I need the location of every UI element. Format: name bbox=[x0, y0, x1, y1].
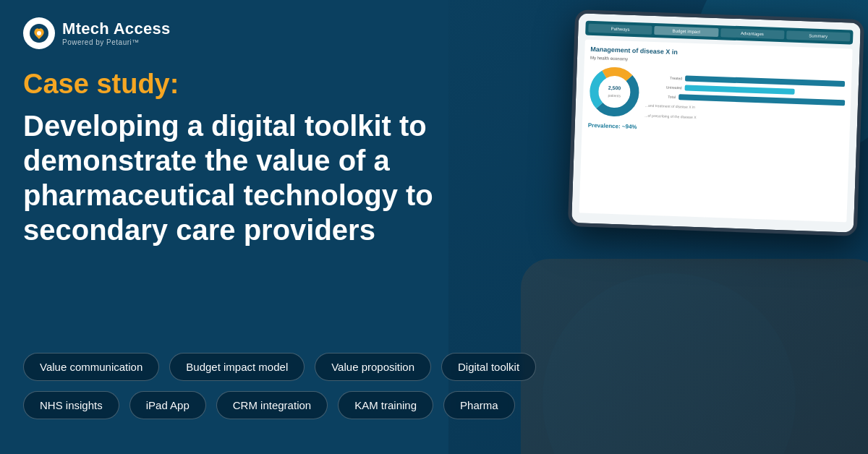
tag-value-communication: Value communication bbox=[23, 353, 159, 381]
main-heading: Developing a digital toolkit to demonstr… bbox=[23, 108, 515, 247]
tags-area: Value communication Budget impact model … bbox=[23, 353, 845, 437]
tag-kam-training: KAM training bbox=[338, 391, 433, 419]
mtech-logo-icon bbox=[29, 23, 49, 43]
svg-point-7 bbox=[37, 31, 41, 35]
tag-value-proposition: Value proposition bbox=[315, 353, 431, 381]
tag-pharma: Pharma bbox=[443, 391, 515, 419]
tag-digital-toolkit: Digital toolkit bbox=[441, 353, 536, 381]
logo-icon-wrapper bbox=[23, 17, 55, 49]
main-content: Mtech Access Powered by Petauri™ Case st… bbox=[0, 0, 868, 454]
tags-row-2: NHS insights iPad App CRM integration KA… bbox=[23, 391, 845, 419]
logo-text: Mtech Access Powered by Petauri™ bbox=[62, 20, 171, 46]
tags-row-1: Value communication Budget impact model … bbox=[23, 353, 845, 381]
text-content: Case study: Developing a digital toolkit… bbox=[23, 69, 529, 353]
logo-subtitle: Powered by Petauri™ bbox=[62, 38, 171, 46]
tag-ipad-app: iPad App bbox=[129, 391, 206, 419]
logo-title: Mtech Access bbox=[62, 20, 171, 38]
tag-crm-integration: CRM integration bbox=[216, 391, 328, 419]
page-container: Pathways Budget impact Advantages Summar… bbox=[0, 0, 868, 454]
tag-nhs-insights: NHS insights bbox=[23, 391, 119, 419]
logo-area: Mtech Access Powered by Petauri™ bbox=[23, 17, 845, 49]
tag-budget-impact: Budget impact model bbox=[169, 353, 305, 381]
case-study-label: Case study: bbox=[23, 69, 529, 100]
